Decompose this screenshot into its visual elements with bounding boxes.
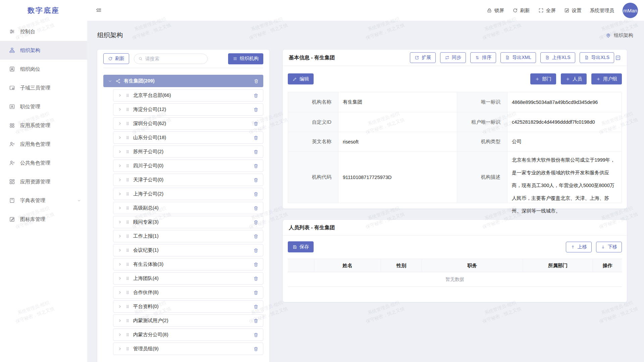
chevron-right-icon[interactable] [118,318,122,323]
tree-node[interactable]: 合作伙伴(8) [113,286,263,299]
toolbar-button[interactable]: 导出XML [500,52,536,63]
chevron-right-icon[interactable] [118,347,122,351]
trash-icon[interactable] [253,290,259,295]
toolbar-button[interactable]: 排序 [470,52,496,63]
trash-icon[interactable] [253,205,259,211]
tree-node[interactable]: 内蒙测试用户(2) [113,314,263,327]
sidebar-item[interactable]: 应用系统管理 [0,116,87,135]
drag-handle-icon[interactable] [125,163,130,168]
drag-handle-icon[interactable] [125,332,130,337]
tree-node[interactable]: 上海团队(4) [113,272,263,285]
tree-node[interactable]: 北京平台总部(66) [113,89,263,102]
chevron-right-icon[interactable] [118,164,122,168]
tree-node[interactable]: 会议纪要(1) [113,244,263,256]
sidebar-item[interactable]: 控制台 [0,22,87,41]
move-down-button[interactable]: 下移 [596,242,622,252]
drag-handle-icon[interactable] [125,177,130,182]
topbar-refresh-page[interactable]: 刷新 [513,7,530,14]
chevron-right-icon[interactable] [118,121,122,126]
chevron-right-icon[interactable] [118,135,122,140]
trash-icon[interactable] [253,163,259,169]
drag-handle-icon[interactable] [125,304,130,309]
edit-button[interactable]: 编辑 [288,73,314,84]
move-up-button[interactable]: 上移 [566,242,592,252]
tree-node[interactable]: 天津子公司(0) [113,174,263,186]
sidebar-item[interactable]: 字典表管理 [0,191,87,210]
trash-icon[interactable] [253,177,259,183]
drag-handle-icon[interactable] [125,135,130,140]
collapse-panel-icon[interactable] [615,55,621,61]
sidebar-item[interactable]: 组织架构 [0,41,87,60]
chevron-right-icon[interactable] [118,206,122,210]
chevron-right-icon[interactable] [118,248,122,252]
trash-icon[interactable] [253,346,259,352]
trash-icon[interactable] [253,318,259,323]
toolbar-button[interactable]: 上传XLS [540,52,575,63]
tree-node[interactable]: 有生云体验(3) [113,258,263,270]
username[interactable]: 系统管理员 [590,7,614,14]
trash-icon[interactable] [253,135,259,140]
topbar-fullscreen[interactable]: 全屏 [538,7,556,14]
drag-handle-icon[interactable] [125,276,130,281]
trash-icon[interactable] [253,220,259,225]
chevron-right-icon[interactable] [118,290,122,295]
add-button[interactable]: 用户组 [591,73,622,84]
avatar[interactable]: mMan [623,3,638,18]
tree-node[interactable]: 平台资料(0) [113,300,263,313]
drag-handle-icon[interactable] [125,107,130,112]
tree-node[interactable]: 工作上报(1) [113,230,263,242]
tree-root-node[interactable]: 有生集团(209) [103,75,263,87]
chevron-right-icon[interactable] [118,149,122,154]
chevron-down-icon[interactable] [108,79,112,83]
toolbar-button[interactable]: 同步 [440,52,466,63]
tree-node[interactable]: 顾问专家(3) [113,216,263,228]
chevron-right-icon[interactable] [118,333,122,337]
trash-icon[interactable] [253,304,259,309]
drag-handle-icon[interactable] [125,346,130,351]
chevron-right-icon[interactable] [118,178,122,182]
menu-fold-icon[interactable] [96,7,102,14]
chevron-right-icon[interactable] [118,107,122,112]
drag-handle-icon[interactable] [125,93,130,98]
tree-node[interactable]: 内蒙古分公司(8) [113,328,263,341]
org-structure-button[interactable]: 组织机构 [228,53,263,64]
drag-handle-icon[interactable] [125,149,130,154]
drag-handle-icon[interactable] [125,191,130,196]
chevron-right-icon[interactable] [118,93,122,98]
add-button[interactable]: 人员 [561,73,587,84]
drag-handle-icon[interactable] [125,318,130,323]
topbar-lock-screen[interactable]: 锁屏 [487,7,504,14]
tree-node[interactable]: 深圳分公司(62) [113,117,263,130]
trash-icon[interactable] [253,191,259,197]
trash-icon[interactable] [253,93,259,98]
sidebar-item[interactable]: 公共角色管理 [0,154,87,172]
sidebar-item[interactable]: 子域三员管理 [0,78,87,97]
sidebar-item[interactable]: 图标库管理 [0,210,87,229]
sidebar-item[interactable]: 职位管理 [0,97,87,116]
drag-handle-icon[interactable] [125,121,130,126]
sidebar-item[interactable]: 应用资源管理 [0,172,87,191]
chevron-right-icon[interactable] [118,304,122,309]
drag-handle-icon[interactable] [125,290,130,295]
drag-handle-icon[interactable] [125,205,130,210]
sidebar-item[interactable]: 应用角色管理 [0,135,87,154]
trash-icon[interactable] [253,248,259,253]
tree-node[interactable]: 管理员组(9) [113,343,263,355]
tree-node[interactable]: 上海子公司(2) [113,188,263,200]
chevron-right-icon[interactable] [118,234,122,238]
tree-node[interactable]: 海淀分公司(12) [113,103,263,116]
chevron-right-icon[interactable] [118,192,122,196]
tree-node[interactable]: 高级副总(4) [113,202,263,214]
drag-handle-icon[interactable] [125,248,130,253]
trash-icon[interactable] [253,276,259,281]
trash-icon[interactable] [253,107,259,112]
trash-icon[interactable] [253,262,259,267]
add-button[interactable]: 部门 [530,73,556,84]
tree-node[interactable]: 苏州子公司(2) [113,145,263,158]
drag-handle-icon[interactable] [125,220,130,225]
save-button[interactable]: 保存 [288,241,314,252]
toolbar-button[interactable]: 扩展 [410,52,436,63]
trash-icon[interactable] [253,121,259,126]
trash-icon[interactable] [253,332,259,338]
toolbar-button[interactable]: 导出XLS [580,52,614,63]
